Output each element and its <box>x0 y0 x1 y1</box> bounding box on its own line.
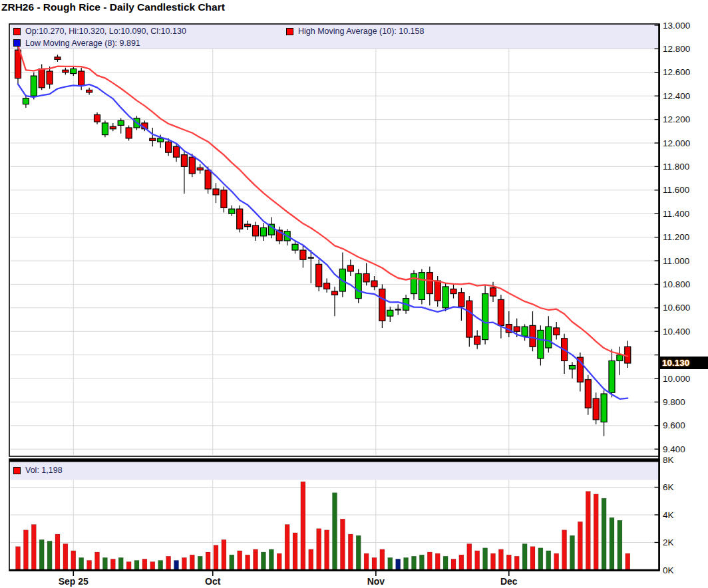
price-axis-label: 9.400 <box>663 444 685 454</box>
volume-bar <box>246 555 250 569</box>
price-pane-border <box>9 24 659 456</box>
volume-legend-swatch-icon <box>13 467 21 474</box>
volume-bar <box>55 534 60 569</box>
candle-down <box>189 157 195 174</box>
candle-up <box>546 327 552 348</box>
volume-bar <box>491 553 496 569</box>
candle-down <box>213 189 219 195</box>
volume-bar <box>301 482 305 569</box>
candle-down <box>110 126 116 129</box>
price-axis-label: 12.400 <box>663 91 690 101</box>
candle-up <box>617 355 623 361</box>
candle-down <box>55 57 61 60</box>
high-ma-legend-label: High Moving Average (10): 10.158 <box>298 27 424 36</box>
volume-bar <box>95 552 100 569</box>
x-axis-month-label: Dec <box>500 576 518 587</box>
candle-down <box>47 71 53 84</box>
price-axis-label: 11.200 <box>663 232 689 242</box>
volume-axis-label: 0K <box>663 565 674 575</box>
candle-down <box>474 336 480 344</box>
candle-down <box>237 209 243 229</box>
volume-bar <box>570 535 575 569</box>
volume-bar <box>317 529 321 569</box>
candlestick-chart-window: ZRH26 - Rough Rice - Daily Candlestick C… <box>0 0 708 588</box>
candle-down <box>87 90 92 92</box>
ohlc-legend-swatch-icon <box>13 28 21 35</box>
volume-bar <box>459 555 464 569</box>
volume-bar <box>230 555 234 569</box>
high-ma-legend-swatch-icon <box>286 28 293 35</box>
low-ma-legend-label: Low Moving Average (8): 9.891 <box>25 39 140 48</box>
chart-canvas[interactable]: 13.00012.80012.60012.40012.20012.00011.8… <box>0 0 708 588</box>
price-axis-label: 10.000 <box>663 374 690 384</box>
volume-bar <box>31 525 36 569</box>
candle-down <box>94 115 100 122</box>
volume-bar <box>625 553 630 569</box>
price-axis-label: 11.600 <box>663 185 689 195</box>
candle-down <box>435 281 441 301</box>
candle-up <box>229 209 235 214</box>
volume-legend-label: Vol: 1,198 <box>25 466 63 475</box>
volume-bar <box>214 545 218 569</box>
candle-down <box>174 146 180 157</box>
candle-down <box>347 265 353 271</box>
volume-bar <box>166 556 171 569</box>
volume-bar <box>443 556 448 569</box>
volume-bar <box>79 557 84 569</box>
price-axis-label: 12.800 <box>663 44 690 54</box>
volume-bar <box>546 551 551 569</box>
candle-up <box>601 394 607 422</box>
candle-up <box>570 366 576 369</box>
volume-bar <box>388 557 393 569</box>
x-axis-month-label: Oct <box>205 576 221 587</box>
candle-up <box>118 120 124 125</box>
volume-axis-label: 8K <box>663 455 674 465</box>
volume-bar <box>309 549 313 569</box>
volume-bar <box>506 555 511 569</box>
low-ma-line <box>18 84 627 399</box>
volume-bar <box>562 530 567 569</box>
volume-bar <box>71 551 76 569</box>
candle-up <box>23 98 29 104</box>
volume-axis-label: 4K <box>663 510 674 520</box>
price-axis-label: 12.000 <box>663 138 690 148</box>
volume-bar <box>419 555 424 569</box>
volume-legend-strip <box>11 462 659 480</box>
volume-bar <box>467 544 472 569</box>
x-axis-month-label: Nov <box>367 576 385 587</box>
candle-down <box>253 225 259 236</box>
candle-up <box>482 294 488 340</box>
volume-bar <box>158 560 163 569</box>
price-axis-label: 10.600 <box>663 303 690 313</box>
volume-bar <box>142 559 147 569</box>
last-price-value: 10.130 <box>660 358 689 368</box>
volume-bar <box>198 556 202 569</box>
doji-dash <box>395 309 401 311</box>
price-axis-label: 9.600 <box>663 420 685 430</box>
candle-up <box>355 273 361 298</box>
volume-bar <box>475 551 480 569</box>
volume-bar <box>451 559 456 569</box>
volume-bar <box>404 557 409 569</box>
volume-bar <box>333 493 337 569</box>
volume-bar <box>39 539 44 569</box>
legend-volume: Vol: 1,198 <box>13 466 63 475</box>
volume-bar <box>174 560 179 569</box>
candle-down <box>625 347 631 363</box>
volume-bar <box>356 535 361 569</box>
candle-down <box>450 289 456 293</box>
volume-bar <box>150 562 155 569</box>
volume-bar <box>483 548 488 569</box>
candle-down <box>205 170 211 189</box>
candle-up <box>419 273 425 300</box>
candle-up <box>260 227 266 235</box>
price-axis-label: 11.400 <box>663 209 689 219</box>
candle-down <box>585 380 591 408</box>
candle-down <box>181 155 187 167</box>
volume-bar <box>285 525 289 569</box>
candle-up <box>411 273 417 293</box>
x-axis-line <box>9 569 659 571</box>
candle-down <box>498 299 504 325</box>
candle-down <box>371 281 377 287</box>
candle-up <box>102 123 108 135</box>
